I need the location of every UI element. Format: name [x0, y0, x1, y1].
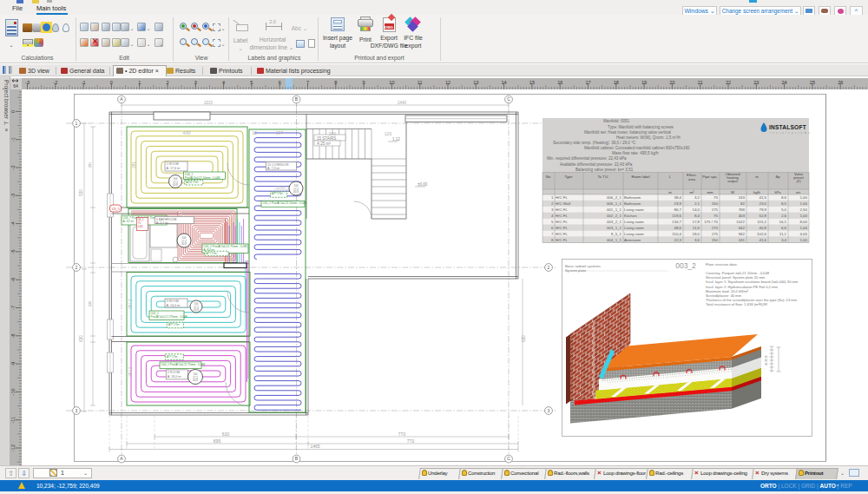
- svg-text:Balancing valve preset: kv= 3,: Balancing valve preset: kv= 3,51: [575, 168, 634, 172]
- svg-text:1022: 1022: [736, 220, 745, 224]
- svg-text:Total resistance of floor: 1,6: Total resistance of floor: 1,658 (m²K)/W: [706, 302, 767, 306]
- svg-text:15: 15: [529, 80, 535, 85]
- svg-text:H/C FL: H/C FL: [556, 238, 568, 242]
- svg-text:240: 240: [329, 131, 337, 136]
- svg-text:11: 11: [418, 80, 423, 85]
- svg-text:m: m: [755, 175, 759, 179]
- svg-text:4: 4: [222, 80, 225, 85]
- svg-text:430: 430: [182, 130, 190, 135]
- svg-text:18,0: 18,0: [692, 232, 700, 236]
- svg-text:1,00: 1,00: [799, 238, 807, 242]
- svg-text:6: 6: [279, 80, 281, 85]
- svg-text:H/C FL: H/C FL: [556, 214, 568, 218]
- svg-text:257,2: 257,2: [128, 366, 133, 377]
- svg-text:115,2: 115,2: [757, 220, 766, 224]
- svg-text:150: 150: [712, 201, 719, 206]
- svg-text:H/C FL: H/C FL: [556, 207, 568, 212]
- svg-text:m: m: [668, 190, 672, 194]
- svg-text:2: 2: [166, 80, 168, 85]
- svg-text:942: 942: [739, 232, 746, 236]
- svg-text:40 30 20: 40 30 20: [765, 355, 768, 366]
- svg-text:C: C: [507, 456, 510, 461]
- svg-text:21: 21: [698, 80, 703, 85]
- svg-text:52,8: 52,8: [759, 214, 766, 218]
- svg-text:i n s t a l s y s t e m s: i n s t a l s y s t e m s: [770, 131, 811, 135]
- svg-text:Pex/Al 5x0,21 10mm - 0,048: Pex/Al 5x0,21 10mm - 0,048: [185, 176, 220, 180]
- svg-text:520: 520: [79, 189, 83, 196]
- svg-text:Living room: Living room: [624, 232, 644, 236]
- svg-text:86,7: 86,7: [674, 207, 681, 212]
- svg-text:8,00: 8,00: [799, 220, 807, 224]
- svg-text:630: 630: [222, 431, 230, 437]
- svg-text:23,5: 23,5: [759, 201, 766, 206]
- svg-text:6,6: 6,6: [781, 226, 787, 230]
- svg-text:26: 26: [838, 80, 843, 85]
- svg-text:8,5: 8,5: [781, 201, 787, 206]
- svg-text:-6: -6: [10, 278, 16, 282]
- svg-text:40,8: 40,8: [759, 226, 766, 230]
- svg-text:A: 17,6 m²: A: 17,6 m²: [167, 167, 181, 170]
- svg-text:A?? 1?m²: A?? 1?m²: [272, 192, 283, 195]
- svg-text:12: 12: [252, 130, 257, 135]
- svg-text:23: 23: [753, 80, 759, 85]
- svg-text:C05_1 Pex/Al 5x0,21 10mm - 0,0: C05_1 Pex/Al 5x0,21 10mm - 0,046: [263, 201, 307, 205]
- svg-text:output: output: [727, 179, 738, 183]
- svg-text:1: 1: [138, 80, 141, 85]
- svg-text:m²: m²: [690, 190, 694, 194]
- svg-text:220: 220: [88, 300, 92, 306]
- svg-text:2,1: 2,1: [694, 201, 700, 206]
- svg-text:A: 7,3 m²: A: 7,3 m²: [267, 167, 280, 170]
- svg-text:243: 243: [739, 195, 746, 200]
- svg-text:H/C FL: H/C FL: [556, 226, 568, 230]
- svg-text:150: 150: [712, 238, 719, 242]
- svg-text:Heat meters: W(W), Qnom: 1,5 m: Heat meters: W(W), Qnom: 1,5 m³/h: [616, 135, 681, 140]
- svg-text:110,4: 110,4: [672, 232, 681, 236]
- svg-text:15 CORRIDOR: 15 CORRIDOR: [267, 163, 289, 167]
- svg-text:003_1_1: 003_1_1: [607, 226, 622, 230]
- svg-text:1: 1: [76, 121, 78, 126]
- svg-text:257,2: 257,2: [128, 299, 133, 309]
- svg-text:-7: -7: [10, 306, 16, 310]
- svg-text:H/C FL: H/C FL: [556, 220, 568, 224]
- svg-text:40,8: 40,8: [193, 379, 198, 382]
- svg-text:-3: -3: [10, 194, 16, 198]
- svg-text:175: 175: [712, 207, 719, 212]
- svg-text:40,8: 40,8: [293, 190, 299, 194]
- svg-text:Anteroom: Anteroom: [624, 238, 641, 242]
- svg-text:Kitchen: Kitchen: [624, 214, 637, 218]
- svg-text:W: W: [731, 190, 734, 194]
- svg-text:INSTALSOFT: INSTALSOFT: [769, 124, 806, 130]
- svg-text:-4: -4: [10, 221, 16, 226]
- svg-text:5,0: 5,0: [781, 207, 787, 212]
- svg-text:Room label: Room label: [631, 175, 649, 179]
- svg-text:9: 9: [363, 80, 365, 85]
- svg-text:Living room: Living room: [624, 226, 644, 230]
- svg-text:A: 3,2 m²: A: 3,2 m²: [123, 220, 135, 223]
- svg-text:7: 7: [306, 80, 309, 85]
- svg-text:Living room: Living room: [624, 220, 644, 224]
- svg-text:25: 25: [810, 80, 815, 85]
- svg-text:kg/h: kg/h: [753, 190, 761, 194]
- svg-text:3,2: 3,2: [694, 195, 700, 200]
- svg-text:40,8: 40,8: [194, 308, 199, 312]
- svg-text:Min. required differential pre: Min. required differential pressure: 22,…: [547, 156, 627, 161]
- svg-text:38,4: 38,4: [674, 195, 681, 200]
- svg-text:System plate: System plate: [565, 268, 587, 273]
- svg-text:Bathroom: Bathroom: [624, 195, 641, 200]
- svg-text:119,6: 119,6: [672, 214, 681, 218]
- svg-text:8,4: 8,4: [694, 214, 700, 218]
- svg-text:40,8: 40,8: [181, 242, 187, 246]
- svg-text:22,3: 22,3: [674, 238, 681, 242]
- svg-text:Living room: Living room: [624, 207, 644, 212]
- svg-text:4,00: 4,00: [799, 232, 807, 236]
- svg-text:Δp: Δp: [775, 175, 780, 179]
- svg-text:Type: Type: [564, 175, 573, 179]
- svg-text:-11: -11: [10, 417, 16, 424]
- svg-text:18: 18: [614, 80, 619, 85]
- svg-text:768: 768: [739, 207, 746, 212]
- svg-text:695: 695: [214, 438, 221, 444]
- svg-text:A?? 1?m²: A?? 1?m²: [168, 323, 180, 326]
- svg-text:Manifold cabinet: Concealed ma: Manifold cabinet: Concealed manifold cab…: [584, 146, 690, 150]
- svg-text:-8: -8: [10, 333, 16, 338]
- svg-text:175: 175: [712, 226, 719, 230]
